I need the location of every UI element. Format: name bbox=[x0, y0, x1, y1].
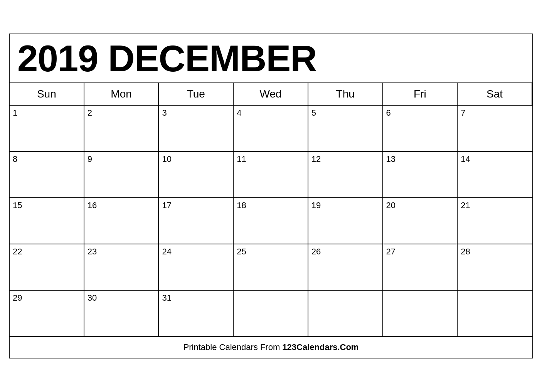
day-cell: 10 bbox=[159, 152, 234, 198]
day-cell: 24 bbox=[159, 244, 234, 291]
day-cell: 20 bbox=[383, 198, 458, 244]
footer-brand: 123Calendars.Com bbox=[282, 342, 359, 352]
header-tue: Tue bbox=[159, 83, 234, 106]
footer-text: Printable Calendars From bbox=[183, 342, 283, 352]
calendar-grid: Sun Mon Tue Wed Thu Fri Sat 1 2 3 4 5 6 … bbox=[10, 83, 532, 337]
day-cell: 14 bbox=[458, 152, 532, 198]
day-cell: 23 bbox=[84, 244, 159, 291]
calendar-title: 2019 DECEMBER bbox=[10, 34, 532, 84]
day-cell: 16 bbox=[84, 198, 159, 244]
header-fri: Fri bbox=[383, 83, 458, 106]
day-cell: 26 bbox=[308, 244, 383, 291]
day-cell: 28 bbox=[458, 244, 532, 291]
header-thu: Thu bbox=[308, 83, 383, 106]
calendar-footer: Printable Calendars From 123Calendars.Co… bbox=[10, 337, 532, 358]
day-cell: 18 bbox=[234, 198, 308, 244]
day-cell: 31 bbox=[159, 291, 234, 337]
day-cell: 12 bbox=[308, 152, 383, 198]
day-cell: 1 bbox=[10, 106, 84, 152]
header-sun: Sun bbox=[10, 83, 84, 106]
day-cell: 22 bbox=[10, 244, 84, 291]
day-cell: 29 bbox=[10, 291, 84, 337]
day-cell-empty bbox=[308, 291, 383, 337]
day-cell-empty bbox=[383, 291, 458, 337]
day-cell: 9 bbox=[84, 152, 159, 198]
day-cell-empty bbox=[458, 291, 532, 337]
day-cell: 17 bbox=[159, 198, 234, 244]
day-cell: 21 bbox=[458, 198, 532, 244]
day-cell: 4 bbox=[234, 106, 308, 152]
header-wed: Wed bbox=[234, 83, 308, 106]
day-cell: 3 bbox=[159, 106, 234, 152]
day-cell: 7 bbox=[458, 106, 532, 152]
day-cell: 27 bbox=[383, 244, 458, 291]
day-cell: 15 bbox=[10, 198, 84, 244]
header-sat: Sat bbox=[458, 83, 532, 106]
day-cell: 11 bbox=[234, 152, 308, 198]
day-cell: 13 bbox=[383, 152, 458, 198]
day-cell: 25 bbox=[234, 244, 308, 291]
day-cell: 19 bbox=[308, 198, 383, 244]
day-cell: 6 bbox=[383, 106, 458, 152]
calendar-container: 2019 DECEMBER Sun Mon Tue Wed Thu Fri Sa… bbox=[9, 34, 533, 359]
day-cell: 2 bbox=[84, 106, 159, 152]
day-cell: 5 bbox=[308, 106, 383, 152]
day-cell-empty bbox=[234, 291, 308, 337]
day-cell: 30 bbox=[84, 291, 159, 337]
header-mon: Mon bbox=[84, 83, 159, 106]
day-cell: 8 bbox=[10, 152, 84, 198]
